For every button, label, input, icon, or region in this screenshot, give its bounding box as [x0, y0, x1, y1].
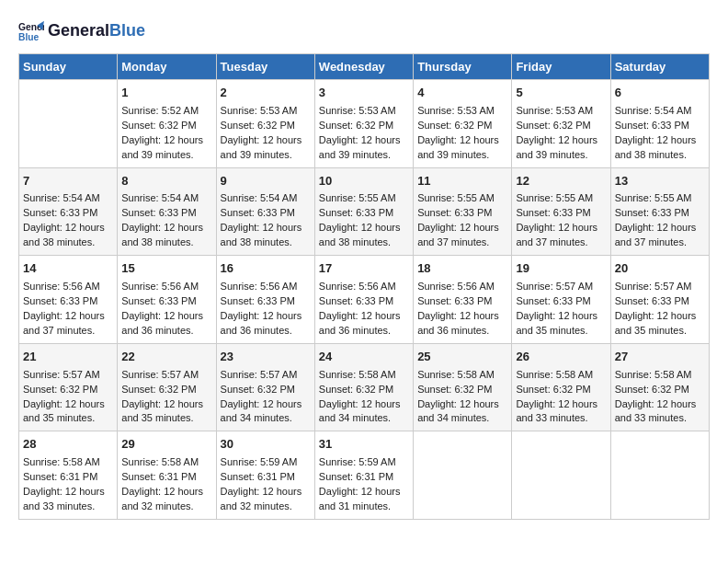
day-number: 15	[121, 260, 211, 278]
day-info: and 39 minutes.	[516, 148, 606, 163]
day-number: 20	[615, 260, 705, 278]
day-info: Sunset: 6:33 PM	[615, 294, 705, 309]
day-info: and 35 minutes.	[121, 411, 211, 426]
day-number: 29	[121, 436, 211, 454]
day-info: Sunset: 6:32 PM	[516, 383, 606, 397]
day-info: Sunrise: 5:56 AM	[221, 280, 311, 294]
day-info: and 35 minutes.	[615, 324, 705, 339]
day-info: Daylight: 12 hours	[516, 221, 606, 236]
day-number: 21	[23, 349, 113, 366]
calendar-cell: 18Sunrise: 5:56 AMSunset: 6:33 PMDayligh…	[414, 256, 512, 344]
calendar-table: SundayMondayTuesdayWednesdayThursdayFrid…	[18, 53, 710, 520]
day-number: 19	[516, 260, 606, 278]
calendar-cell	[414, 431, 512, 520]
day-info: and 39 minutes.	[319, 148, 409, 163]
day-info: and 33 minutes.	[615, 411, 705, 426]
calendar-cell	[610, 431, 709, 520]
day-info: Daylight: 12 hours	[221, 133, 311, 148]
day-info: Sunrise: 5:58 AM	[417, 368, 507, 383]
calendar-header-row: SundayMondayTuesdayWednesdayThursdayFrid…	[19, 54, 710, 80]
day-info: and 37 minutes.	[23, 324, 113, 339]
calendar-cell: 3Sunrise: 5:53 AMSunset: 6:32 PMDaylight…	[314, 80, 413, 168]
header-monday: Monday	[118, 54, 216, 80]
day-info: and 36 minutes.	[121, 324, 211, 339]
day-info: and 35 minutes.	[516, 324, 606, 339]
day-info: Sunrise: 5:57 AM	[121, 368, 211, 383]
day-info: Daylight: 12 hours	[417, 133, 507, 148]
day-number: 5	[516, 85, 606, 102]
day-number: 17	[319, 260, 409, 278]
day-info: Sunrise: 5:56 AM	[23, 280, 113, 294]
day-info: and 38 minutes.	[615, 148, 705, 163]
day-info: Sunset: 6:32 PM	[121, 119, 211, 133]
day-info: and 37 minutes.	[417, 236, 507, 250]
day-info: Sunrise: 5:54 AM	[23, 191, 113, 206]
calendar-cell: 11Sunrise: 5:55 AMSunset: 6:33 PMDayligh…	[414, 167, 512, 256]
day-info: and 38 minutes.	[319, 236, 409, 250]
day-info: Sunset: 6:32 PM	[121, 383, 211, 397]
calendar-cell: 28Sunrise: 5:58 AMSunset: 6:31 PMDayligh…	[19, 431, 118, 520]
day-number: 11	[417, 173, 507, 190]
day-info: Sunrise: 5:53 AM	[221, 104, 311, 119]
day-info: and 36 minutes.	[221, 324, 311, 339]
day-info: Daylight: 12 hours	[23, 397, 113, 412]
day-info: Sunrise: 5:57 AM	[615, 280, 705, 294]
day-info: Sunrise: 5:55 AM	[516, 191, 606, 206]
day-info: Daylight: 12 hours	[319, 133, 409, 148]
day-info: Sunrise: 5:58 AM	[121, 455, 211, 470]
day-number: 14	[23, 260, 113, 278]
day-info: Sunrise: 5:57 AM	[516, 280, 606, 294]
day-info: Sunrise: 5:58 AM	[23, 455, 113, 470]
calendar-cell: 4Sunrise: 5:53 AMSunset: 6:32 PMDaylight…	[414, 80, 512, 168]
day-info: Daylight: 12 hours	[121, 133, 211, 148]
day-info: Sunrise: 5:53 AM	[417, 104, 507, 119]
calendar-cell: 29Sunrise: 5:58 AMSunset: 6:31 PMDayligh…	[118, 431, 216, 520]
day-number: 4	[417, 85, 507, 102]
day-info: and 32 minutes.	[221, 500, 311, 514]
calendar-week-3: 14Sunrise: 5:56 AMSunset: 6:33 PMDayligh…	[19, 256, 710, 344]
day-info: Daylight: 12 hours	[417, 309, 507, 324]
day-info: Sunset: 6:33 PM	[516, 206, 606, 221]
day-info: Sunrise: 5:55 AM	[319, 191, 409, 206]
day-number: 3	[319, 85, 409, 102]
day-info: Sunrise: 5:52 AM	[121, 104, 211, 119]
day-number: 16	[221, 260, 311, 278]
calendar-cell: 10Sunrise: 5:55 AMSunset: 6:33 PMDayligh…	[314, 167, 413, 256]
calendar-cell: 22Sunrise: 5:57 AMSunset: 6:32 PMDayligh…	[118, 343, 216, 431]
calendar-cell: 25Sunrise: 5:58 AMSunset: 6:32 PMDayligh…	[414, 343, 512, 431]
day-info: Sunrise: 5:54 AM	[121, 191, 211, 206]
day-number: 1	[121, 85, 211, 102]
day-info: Sunset: 6:32 PM	[319, 383, 409, 397]
day-info: Sunrise: 5:57 AM	[23, 368, 113, 383]
day-number: 22	[121, 349, 211, 366]
day-number: 10	[319, 173, 409, 190]
day-info: Sunset: 6:33 PM	[319, 206, 409, 221]
day-info: and 38 minutes.	[121, 236, 211, 250]
calendar-cell: 30Sunrise: 5:59 AMSunset: 6:31 PMDayligh…	[216, 431, 314, 520]
day-info: Sunset: 6:33 PM	[23, 206, 113, 221]
calendar-cell: 8Sunrise: 5:54 AMSunset: 6:33 PMDaylight…	[118, 167, 216, 256]
day-info: Daylight: 12 hours	[23, 221, 113, 236]
day-info: Sunset: 6:32 PM	[417, 119, 507, 133]
header-sunday: Sunday	[19, 54, 118, 80]
day-info: Daylight: 12 hours	[319, 309, 409, 324]
day-info: Sunset: 6:32 PM	[23, 383, 113, 397]
svg-text:Blue: Blue	[18, 32, 40, 42]
day-number: 9	[221, 173, 311, 190]
day-info: Daylight: 12 hours	[319, 221, 409, 236]
calendar-cell: 24Sunrise: 5:58 AMSunset: 6:32 PMDayligh…	[314, 343, 413, 431]
day-info: and 34 minutes.	[319, 411, 409, 426]
calendar-cell: 6Sunrise: 5:54 AMSunset: 6:33 PMDaylight…	[610, 80, 709, 168]
day-info: Sunset: 6:31 PM	[121, 470, 211, 485]
day-info: and 36 minutes.	[417, 324, 507, 339]
calendar-cell	[512, 431, 610, 520]
day-info: Sunset: 6:31 PM	[319, 470, 409, 485]
calendar-week-2: 7Sunrise: 5:54 AMSunset: 6:33 PMDaylight…	[19, 167, 710, 256]
day-info: and 34 minutes.	[221, 411, 311, 426]
day-info: Sunset: 6:33 PM	[615, 119, 705, 133]
day-info: Sunrise: 5:54 AM	[221, 191, 311, 206]
calendar-cell: 9Sunrise: 5:54 AMSunset: 6:33 PMDaylight…	[216, 167, 314, 256]
day-info: Daylight: 12 hours	[221, 221, 311, 236]
day-number: 2	[221, 85, 311, 102]
calendar-cell: 27Sunrise: 5:58 AMSunset: 6:32 PMDayligh…	[610, 343, 709, 431]
